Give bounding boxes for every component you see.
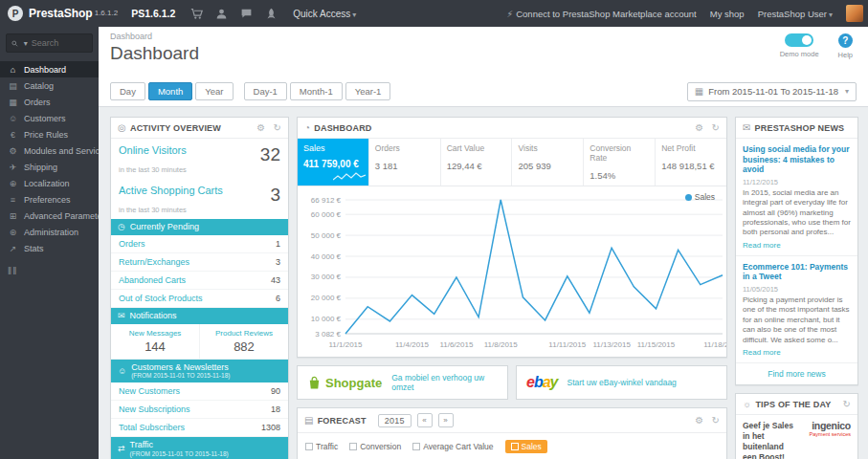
forecast-prev-button[interactable]: « — [417, 413, 433, 427]
sidebar-collapse-button[interactable]: ‖‖ — [0, 256, 99, 286]
kpi-cart-value[interactable]: Cart Value 129,44 € — [441, 139, 513, 186]
product-reviews-cell[interactable]: Product Reviews 882 — [199, 324, 288, 359]
rocket-icon[interactable] — [265, 8, 278, 20]
app-logo[interactable]: PrestaShop1.6.1.2 — [29, 7, 118, 20]
sidebar-search[interactable]: ▾ — [6, 33, 93, 53]
new-messages-label: New Messages — [115, 329, 195, 338]
help-icon[interactable]: ? — [838, 33, 853, 48]
message-icon[interactable] — [240, 8, 253, 20]
news-article-headline[interactable]: Using social media for your business: 4 … — [743, 144, 851, 175]
ebay-ad[interactable]: ebay Start uw eBay-winkel vandaag — [516, 365, 727, 400]
tips-icon: ☼ — [743, 399, 751, 409]
online-visitors-link[interactable]: Online Visitors — [119, 144, 187, 156]
tips-panel-header: ☼ TIPS OF THE DAY ↻ — [736, 394, 857, 415]
kpi-conversion-rate-value: 1.54% — [590, 170, 649, 181]
header-tools: Demo mode ? Help — [780, 33, 853, 59]
gear-icon[interactable]: ⚙ — [695, 122, 703, 133]
read-more-link[interactable]: Read more — [743, 241, 781, 250]
sidebar-item-orders[interactable]: ▦Orders — [0, 94, 99, 110]
return-exchanges-link[interactable]: Return/Exchanges — [119, 257, 189, 267]
refresh-icon[interactable]: ↻ — [273, 122, 281, 133]
quick-access-menu[interactable]: Quick Access▾ — [293, 9, 356, 19]
search-input[interactable] — [32, 38, 87, 48]
user-menu[interactable]: PrestaShop User▾ — [758, 9, 833, 19]
product-reviews-value: 882 — [204, 339, 284, 354]
tab-day-minus-1[interactable]: Day-1 — [244, 82, 287, 100]
kpi-sales[interactable]: Sales 411 759,00 € — [298, 139, 369, 186]
forecast-next-button[interactable]: » — [438, 413, 454, 427]
news-article-date: 11/05/2015 — [743, 285, 851, 294]
new-customers-link[interactable]: New Customers — [119, 386, 180, 396]
ebay-ad-link[interactable]: Start uw eBay-winkel vandaag — [568, 378, 677, 387]
marketplace-link[interactable]: ⚡Connect to PrestaShop Marketplace accou… — [507, 9, 697, 19]
read-more-link[interactable]: Read more — [743, 348, 781, 357]
online-visitors-value: 32 — [260, 144, 280, 165]
preferences-icon: ≡ — [8, 195, 18, 205]
middle-column: ◔ DASHBOARD ⚙ ↻ Sales 411 759,00 € Order… — [297, 117, 727, 459]
kpi-orders[interactable]: Orders 3 181 — [369, 139, 441, 186]
refresh-icon[interactable]: ↻ — [711, 415, 720, 426]
svg-text:11/8/2015: 11/8/2015 — [484, 340, 519, 349]
prestashop-logo-icon[interactable]: P — [8, 6, 23, 21]
kpi-conversion-rate[interactable]: Conversion Rate 1.54% — [584, 139, 656, 186]
forecast-legend-sales-label: Sales — [522, 442, 542, 451]
tab-year-minus-1[interactable]: Year-1 — [345, 82, 391, 100]
sidebar-item-price-rules[interactable]: €Price Rules — [0, 126, 99, 142]
sidebar-item-customers[interactable]: ☺Customers — [0, 110, 99, 126]
sidebar-item-preferences[interactable]: ≡Preferences — [0, 191, 99, 208]
notifications-header: ✉ Notifications — [111, 308, 288, 324]
pending-orders-link[interactable]: Orders — [119, 239, 145, 249]
breadcrumb[interactable]: Dashboard — [110, 32, 857, 41]
tips-of-the-day-panel: ☼ TIPS OF THE DAY ↻ Geef je Sales in het… — [735, 393, 858, 459]
tips-panel-title: TIPS OF THE DAY — [755, 400, 831, 409]
chart-legend[interactable]: Sales — [685, 192, 715, 202]
tab-day[interactable]: Day — [110, 82, 145, 100]
demo-mode-toggle[interactable] — [785, 33, 813, 47]
my-shop-link[interactable]: My shop — [710, 9, 745, 19]
gear-icon[interactable]: ⚙ — [695, 415, 703, 426]
date-range-picker[interactable]: ▦ From 2015-11-01 To 2015-11-18 ▾ — [687, 82, 857, 101]
gear-icon[interactable]: ⚙ — [256, 122, 265, 133]
forecast-year-select[interactable]: 2015 — [378, 414, 412, 427]
sidebar-item-modules[interactable]: ⚙Modules and Services — [0, 142, 99, 159]
abandoned-carts-link[interactable]: Abandoned Carts — [119, 275, 186, 285]
news-article-headline[interactable]: Ecommerce 101: Payments in a Tweet — [743, 262, 851, 282]
activity-panel-header: ◎ ACTIVITY OVERVIEW ⚙ ↻ — [111, 118, 288, 139]
sidebar-item-dashboard[interactable]: ⌂Dashboard — [0, 61, 99, 77]
tab-month[interactable]: Month — [148, 82, 192, 100]
forecast-legend-average-cart-value[interactable]: Average Cart Value — [412, 442, 493, 451]
online-visitors-row: Online Visitors 32 — [111, 139, 288, 165]
customers-newsletters-subtitle: (FROM 2015-11-01 TO 2015-11-18) — [131, 372, 230, 380]
tab-month-minus-1[interactable]: Month-1 — [290, 82, 343, 100]
sidebar-item-shipping[interactable]: ✈Shipping — [0, 159, 99, 175]
forecast-legend-sales[interactable]: Sales — [505, 440, 547, 453]
new-messages-cell[interactable]: New Messages 144 — [111, 324, 199, 359]
help-label: Help — [838, 51, 853, 59]
avatar[interactable] — [846, 5, 863, 22]
active-carts-link[interactable]: Active Shopping Carts — [119, 185, 223, 196]
sidebar-item-advanced-parameters[interactable]: ⊞Advanced Parameters — [0, 208, 99, 224]
cart-icon[interactable] — [190, 8, 203, 20]
refresh-icon[interactable]: ↻ — [711, 122, 720, 133]
kpi-net-profit[interactable]: Net Profit 148 918,51 € — [656, 139, 726, 186]
total-subscribers-link[interactable]: Total Subscribers — [119, 423, 185, 432]
kpi-net-profit-label: Net Profit — [661, 143, 721, 153]
tab-year[interactable]: Year — [195, 82, 233, 100]
sidebar-item-catalog[interactable]: ▤Catalog — [0, 77, 99, 94]
sidebar-item-localization[interactable]: ⊕Localization — [0, 175, 99, 191]
shopgate-ad[interactable]: Shopgate Ga mobiel en verhoog uw omzet — [297, 365, 508, 400]
new-subscriptions-link[interactable]: New Subscriptions — [119, 404, 190, 414]
refresh-icon[interactable]: ↻ — [843, 399, 852, 409]
find-more-news-link[interactable]: Find more news — [736, 363, 857, 384]
return-exchanges-value: 3 — [276, 257, 280, 267]
forecast-legend-conversion[interactable]: Conversion — [349, 442, 401, 451]
out-of-stock-value: 6 — [276, 294, 280, 303]
customer-icon[interactable] — [215, 8, 228, 20]
sidebar-item-administration[interactable]: ⊛Administration — [0, 224, 99, 240]
shop-name[interactable]: PS1.6.1.2 — [131, 8, 175, 19]
out-of-stock-link[interactable]: Out of Stock Products — [119, 294, 203, 303]
shopgate-ad-link[interactable]: Ga mobiel en verhoog uw omzet — [391, 373, 498, 392]
kpi-visits[interactable]: Visits 205 939 — [512, 139, 584, 186]
forecast-legend-traffic[interactable]: Traffic — [305, 442, 338, 451]
sidebar-item-stats[interactable]: ↗Stats — [0, 240, 99, 256]
